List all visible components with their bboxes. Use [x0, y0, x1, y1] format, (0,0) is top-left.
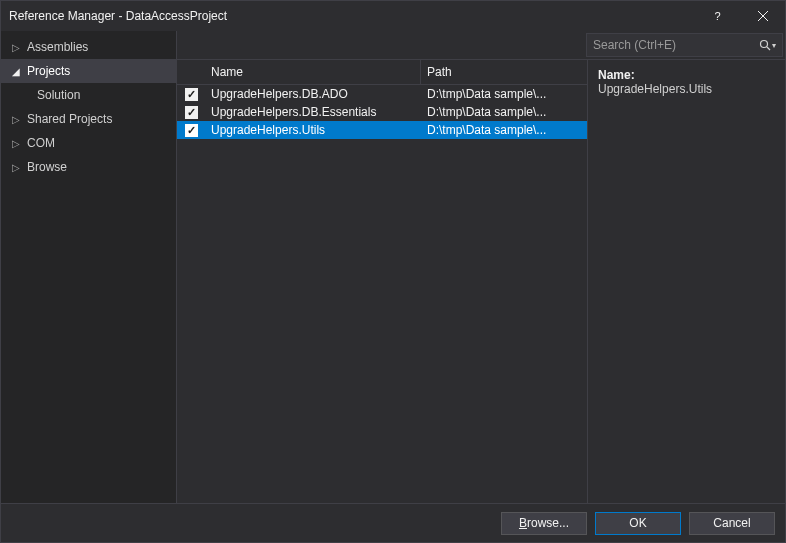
- row-path: D:\tmp\Data sample\...: [421, 105, 587, 119]
- row-path: D:\tmp\Data sample\...: [421, 123, 587, 137]
- rows-container: ✓ UpgradeHelpers.DB.ADO D:\tmp\Data samp…: [177, 85, 587, 503]
- column-name[interactable]: Name: [205, 60, 421, 84]
- sidebar-subitem-label: Solution: [37, 88, 80, 102]
- help-button[interactable]: ?: [695, 1, 740, 31]
- ok-button-label: OK: [629, 516, 646, 530]
- svg-line-3: [767, 47, 770, 50]
- footer: Browse... OK Cancel: [1, 503, 785, 542]
- cancel-button[interactable]: Cancel: [689, 512, 775, 535]
- topbar: Search (Ctrl+E) ▾: [177, 31, 785, 60]
- window-title: Reference Manager - DataAccessProject: [9, 9, 695, 23]
- project-row[interactable]: ✓ UpgradeHelpers.DB.ADO D:\tmp\Data samp…: [177, 85, 587, 103]
- sidebar-item-browse[interactable]: ▷ Browse: [1, 155, 176, 179]
- content-row: Name Path ✓ UpgradeHelpers.DB.ADO D:\tmp…: [177, 60, 785, 503]
- main-pane: Search (Ctrl+E) ▾ Name Path: [177, 31, 785, 503]
- svg-point-2: [761, 41, 768, 48]
- search-placeholder: Search (Ctrl+E): [593, 38, 759, 52]
- search-icon[interactable]: ▾: [759, 39, 776, 51]
- sidebar-item-projects[interactable]: ◢ Projects: [1, 59, 176, 83]
- close-button[interactable]: [740, 1, 785, 31]
- details-pane: Name: UpgradeHelpers.Utils: [588, 60, 785, 503]
- browse-button-label: Browse...: [519, 516, 569, 530]
- column-path[interactable]: Path: [421, 60, 587, 84]
- checkbox[interactable]: ✓: [185, 124, 198, 137]
- sidebar-item-shared-projects[interactable]: ▷ Shared Projects: [1, 107, 176, 131]
- chevron-down-icon: ◢: [9, 66, 23, 77]
- project-list: Name Path ✓ UpgradeHelpers.DB.ADO D:\tmp…: [177, 60, 588, 503]
- project-row[interactable]: ✓ UpgradeHelpers.DB.Essentials D:\tmp\Da…: [177, 103, 587, 121]
- chevron-right-icon: ▷: [9, 138, 23, 149]
- sidebar-item-label: Projects: [27, 64, 70, 78]
- sidebar-item-label: Shared Projects: [27, 112, 112, 126]
- checkbox[interactable]: ✓: [185, 106, 198, 119]
- sidebar-subitem-solution[interactable]: Solution: [1, 83, 176, 107]
- cancel-button-label: Cancel: [713, 516, 750, 530]
- row-path: D:\tmp\Data sample\...: [421, 87, 587, 101]
- reference-manager-window: Reference Manager - DataAccessProject ? …: [0, 0, 786, 543]
- details-name-value: UpgradeHelpers.Utils: [598, 82, 775, 96]
- chevron-right-icon: ▷: [9, 114, 23, 125]
- project-row[interactable]: ✓ UpgradeHelpers.Utils D:\tmp\Data sampl…: [177, 121, 587, 139]
- chevron-right-icon: ▷: [9, 162, 23, 173]
- close-icon: [758, 11, 768, 21]
- row-name: UpgradeHelpers.DB.ADO: [205, 87, 421, 101]
- row-name: UpgradeHelpers.DB.Essentials: [205, 105, 421, 119]
- titlebar: Reference Manager - DataAccessProject ?: [1, 1, 785, 31]
- column-headers: Name Path: [177, 60, 587, 85]
- chevron-right-icon: ▷: [9, 42, 23, 53]
- sidebar-item-com[interactable]: ▷ COM: [1, 131, 176, 155]
- browse-button[interactable]: Browse...: [501, 512, 587, 535]
- sidebar: ▷ Assemblies ◢ Projects Solution ▷ Share…: [1, 31, 177, 503]
- ok-button[interactable]: OK: [595, 512, 681, 535]
- row-name: UpgradeHelpers.Utils: [205, 123, 421, 137]
- search-input[interactable]: Search (Ctrl+E) ▾: [586, 33, 783, 57]
- body: ▷ Assemblies ◢ Projects Solution ▷ Share…: [1, 31, 785, 503]
- details-name-label: Name:: [598, 68, 775, 82]
- sidebar-item-label: COM: [27, 136, 55, 150]
- sidebar-item-assemblies[interactable]: ▷ Assemblies: [1, 35, 176, 59]
- sidebar-item-label: Assemblies: [27, 40, 88, 54]
- checkbox[interactable]: ✓: [185, 88, 198, 101]
- sidebar-item-label: Browse: [27, 160, 67, 174]
